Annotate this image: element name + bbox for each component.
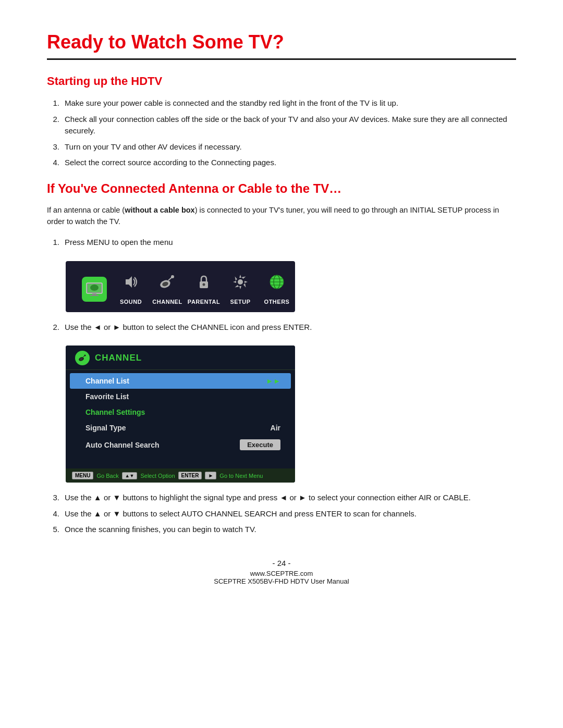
step-text: Once the scanning finishes, you can begi… (65, 524, 256, 536)
channel-row-channellist: Channel List ►► (70, 373, 291, 389)
auto-channel-search-label: Auto Channel Search (85, 441, 160, 449)
list-item: 4. Select the correct source according t… (47, 157, 516, 169)
step-number: 1. (47, 97, 59, 109)
channel-header-svg (78, 353, 87, 363)
list-item: 3. Use the ▲ or ▼ buttons to highlight t… (47, 492, 516, 504)
channel-row-signaltype: Signal Type Air (66, 420, 295, 436)
menu-item-parental: PARENTAL (186, 268, 222, 305)
go-back-text: Go Back (96, 473, 118, 479)
next-menu-text: Go to Next Menu (219, 473, 263, 479)
step-number: 2. (47, 322, 59, 334)
step-text: Use the ◄ or ► button to select the CHAN… (65, 322, 312, 334)
step-text: Check all your connection cables off the… (65, 114, 516, 137)
page-number: - 24 - (47, 559, 516, 567)
step-number: 3. (47, 141, 59, 153)
step-number: 4. (47, 508, 59, 520)
execute-button: Execute (240, 439, 280, 450)
setup-icon-wrap (227, 268, 254, 295)
picture-icon-bg (82, 277, 107, 302)
channel-menu-screenshot: CHANNEL Channel List ►► Favorite List Ch… (66, 346, 295, 483)
title-divider (47, 58, 516, 60)
svg-rect-3 (90, 295, 99, 296)
menu-label-sound: SOUND (120, 299, 142, 305)
step-text: Use the ▲ or ▼ buttons to select AUTO CH… (65, 508, 417, 520)
others-icon-wrap (263, 268, 290, 295)
section2-steps-3: 3. Use the ▲ or ▼ buttons to highlight t… (47, 492, 516, 536)
step-number: 1. (47, 237, 59, 249)
step-number: 2. (47, 114, 59, 137)
menu-label-others: OTHERS (264, 299, 290, 305)
channel-icon-wrap (154, 268, 181, 295)
menu-key: MENU (72, 472, 93, 479)
channel-list-value: ►► (266, 377, 280, 385)
list-item: 2. Check all your connection cables off … (47, 114, 516, 137)
channel-list-label: Channel List (85, 377, 129, 385)
step-text: Press MENU to open the menu (65, 237, 173, 249)
svg-point-20 (84, 355, 86, 356)
svg-rect-2 (92, 293, 96, 295)
manual-name: SCEPTRE X505BV-FHD HDTV User Manual (47, 577, 516, 585)
menu-label-setup: SETUP (230, 299, 250, 305)
step-text: Make sure your power cable is connected … (65, 97, 398, 109)
favorite-list-label: Favorite List (85, 392, 129, 401)
channel-menu-body: Channel List ►► Favorite List Channel Se… (66, 370, 295, 468)
signal-type-value: Air (271, 424, 280, 432)
menu-item-sound: SOUND (113, 268, 149, 305)
setup-icon (231, 273, 250, 291)
step-text: Use the ▲ or ▼ buttons to highlight the … (65, 492, 471, 504)
nav-key: ▲▼ (122, 472, 138, 479)
list-item: 3. Turn on your TV and other AV devices … (47, 141, 516, 153)
svg-point-8 (171, 275, 174, 278)
picture-icon (85, 280, 104, 299)
section2-heading: If You've Connected Antenna or Cable to … (47, 181, 516, 196)
menu-item-channel: CHANNEL (149, 268, 186, 305)
tv-menu-screenshot: SOUND CHANNEL PAR (66, 261, 295, 312)
menu-label-channel: CHANNEL (152, 299, 182, 305)
list-item: 1. Make sure your power cable is connect… (47, 97, 516, 109)
menu-item-setup: SETUP (222, 268, 259, 305)
step-text: Select the correct source according to t… (65, 157, 276, 169)
menu-label-parental: PARENTAL (188, 299, 220, 305)
spacer (66, 454, 295, 465)
svg-point-11 (238, 279, 243, 285)
website: www.SCEPTRE.com (47, 570, 516, 577)
list-item: 1. Press MENU to open the menu (47, 237, 516, 249)
others-icon (267, 273, 286, 291)
tv-menu-bar: SOUND CHANNEL PAR (76, 268, 285, 305)
intro-bold: without a cable box (125, 206, 195, 214)
section1-heading: Starting up the HDTV (47, 75, 516, 88)
channel-icon (158, 273, 177, 291)
page-title: Ready to Watch Some TV? (47, 31, 516, 53)
step-number: 3. (47, 492, 59, 504)
enter-key: ENTER (178, 472, 202, 479)
sound-icon-wrap (117, 268, 144, 295)
menu-item-others: OTHERS (259, 268, 295, 305)
channel-row-favoritelist: Favorite List (66, 389, 295, 404)
list-item: 4. Use the ▲ or ▼ buttons to select AUTO… (47, 508, 516, 520)
svg-point-10 (203, 283, 205, 286)
channel-menu-title: CHANNEL (95, 353, 142, 363)
section1-steps: 1. Make sure your power cable is connect… (47, 97, 516, 169)
step-text: Turn on your TV and other AV devices if … (65, 141, 242, 153)
svg-point-4 (90, 285, 99, 291)
sound-icon (121, 273, 140, 291)
step-number: 5. (47, 524, 59, 536)
parental-icon-wrap (190, 268, 217, 295)
step-number: 4. (47, 157, 59, 169)
channel-row-autosearch: Auto Channel Search Execute (66, 436, 295, 454)
channel-header: CHANNEL (66, 346, 295, 370)
channel-settings-label: Channel Settings (85, 408, 145, 416)
list-item: 2. Use the ◄ or ► button to select the C… (47, 322, 516, 334)
signal-type-label: Signal Type (85, 424, 126, 432)
parental-icon (194, 273, 213, 291)
right-arrow-key: ► (205, 472, 216, 479)
menu-item-picture (76, 277, 113, 305)
section2-steps: 1. Press MENU to open the menu (47, 237, 516, 249)
list-item: 5. Once the scanning finishes, you can b… (47, 524, 516, 536)
channel-footer: MENU Go Back ▲▼ Select Option ENTER ► Go… (66, 468, 295, 483)
channel-header-icon (75, 351, 90, 365)
channel-row-settings: Channel Settings (66, 404, 295, 420)
select-option-text: Select Option (140, 473, 175, 479)
page-footer: - 24 - www.SCEPTRE.com SCEPTRE X505BV-FH… (47, 559, 516, 585)
intro-paragraph: If an antenna or cable (without a cable … (47, 204, 516, 228)
